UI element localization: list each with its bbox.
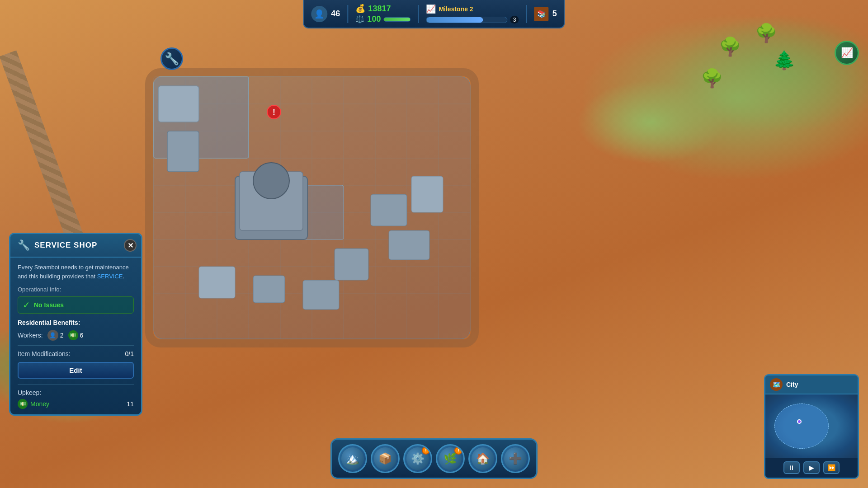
buildings-icon: 📦 xyxy=(374,447,396,470)
toolbar-btn-upgrades[interactable]: 🏠 xyxy=(468,444,497,473)
plants-badge: ! xyxy=(454,446,462,455)
play-button[interactable]: ▶ xyxy=(803,461,820,474)
building-selected-marker: 🔧 xyxy=(160,47,183,70)
mini-map-controls: ⏸ ▶ ⏩ xyxy=(765,458,858,478)
balance-icon: ⚖️ xyxy=(355,15,364,23)
toolbar-btn-move[interactable]: ➕ xyxy=(501,444,530,473)
panel-divider xyxy=(18,345,134,346)
upkeep-label: Upkeep: xyxy=(18,389,134,396)
upkeep-section: Upkeep: 💵 Money 11 xyxy=(18,389,134,409)
panel-title: Service Shop xyxy=(34,241,97,250)
population-icon: 👤 xyxy=(311,6,327,22)
money-value: 13817 xyxy=(368,4,391,14)
worker-number: 2 xyxy=(60,332,64,339)
balance-value: 100 xyxy=(367,14,381,24)
milestone-progress-fill xyxy=(426,17,483,23)
book-icon: 📚 xyxy=(534,7,549,21)
toolbar-btn-terrain[interactable]: 🏔️ xyxy=(338,444,367,473)
close-button[interactable]: ✕ xyxy=(124,239,137,252)
milestone-marker: 3 xyxy=(510,16,519,23)
bottom-toolbar: 🏔️ 📦 ⚙️ ! 🌿 ! 🏠 ➕ xyxy=(330,438,538,479)
hud-divider xyxy=(418,5,419,23)
toolbar-btn-buildings[interactable]: 📦 xyxy=(371,444,400,473)
hud-divider xyxy=(526,5,527,23)
residential-benefits-label: Residential Benefits: xyxy=(18,319,134,326)
mini-map: 🗺️ City ⏸ ▶ ⏩ xyxy=(764,374,859,479)
milestone-progress-bar xyxy=(426,17,507,23)
fast-forward-button[interactable]: ⏩ xyxy=(823,461,840,474)
mini-map-position-marker xyxy=(797,419,802,424)
mini-map-city-area xyxy=(774,404,829,449)
mini-map-icon: 🗺️ xyxy=(770,378,783,391)
service-link[interactable]: SERVICE xyxy=(97,273,123,280)
milestone-label: Milestone 2 xyxy=(439,5,473,13)
upkeep-money-label: Money xyxy=(30,400,49,408)
money-small-icon: 💵 xyxy=(68,330,78,340)
alert-icon: ! xyxy=(273,108,275,117)
minimap-icon-symbol: 🗺️ xyxy=(773,381,780,388)
mini-map-view xyxy=(765,394,858,458)
workers-row: Workers: 👤 2 💵 6 xyxy=(18,330,134,341)
panel-description: Every Steambot needs to get maintenance … xyxy=(18,263,134,281)
alert-marker: ! xyxy=(267,105,281,119)
upkeep-row: 💵 Money 11 xyxy=(18,399,134,409)
trade-icon: 📈 xyxy=(841,47,853,59)
top-hud: 👤 46 💰 13817 ⚖️ 100 📈 Milestone 2 xyxy=(303,0,565,28)
worker-icon: 👤 xyxy=(47,330,58,341)
hud-milestone: 📈 Milestone 2 3 xyxy=(426,4,519,23)
upgrades-icon: 🏠 xyxy=(472,447,494,470)
item-modifications-row: Item Modifications: 0/1 xyxy=(18,350,134,357)
edit-button[interactable]: Edit xyxy=(18,362,134,379)
money-icon: 💰 xyxy=(355,4,365,14)
status-check-icon: ✓ xyxy=(23,300,30,310)
pause-button[interactable]: ⏸ xyxy=(783,461,800,474)
money-number: 6 xyxy=(80,332,84,339)
upkeep-money-icon: 💵 xyxy=(18,399,28,409)
money-count: 💵 6 xyxy=(68,330,84,340)
hud-divider xyxy=(347,5,348,23)
item-mod-value: 0/1 xyxy=(125,350,134,357)
books-value: 5 xyxy=(552,9,557,19)
wrench-icon: 🔧 xyxy=(18,239,30,251)
panel-body: Every Steambot needs to get maintenance … xyxy=(10,258,141,414)
hud-books: 📚 5 xyxy=(534,7,557,21)
hud-population: 👤 46 xyxy=(311,6,340,22)
workers-label: Workers: xyxy=(18,332,43,339)
toolbar-btn-plants[interactable]: 🌿 ! xyxy=(436,444,465,473)
service-shop-panel: 🔧 Service Shop ✕ Every Steambot needs to… xyxy=(9,233,142,416)
hud-money: 💰 13817 ⚖️ 100 xyxy=(355,4,410,24)
mini-map-header: 🗺️ City xyxy=(765,375,858,394)
panel-divider xyxy=(18,384,134,385)
terrain-icon: 🏔️ xyxy=(341,447,364,470)
status-row: ✓ No Issues xyxy=(18,296,134,314)
status-text: No Issues xyxy=(34,301,64,309)
operational-info-label: Operational Info: xyxy=(18,286,134,293)
workers-badge: ! xyxy=(422,446,430,455)
upkeep-money: 💵 Money xyxy=(18,399,49,409)
move-icon: ➕ xyxy=(504,447,527,470)
trade-button[interactable]: 📈 xyxy=(835,41,859,65)
item-mod-label: Item Modifications: xyxy=(18,350,71,357)
milestone-icon: 📈 xyxy=(426,4,436,14)
toolbar-btn-workers[interactable]: ⚙️ ! xyxy=(403,444,432,473)
worker-count: 👤 2 xyxy=(47,330,64,341)
mini-map-title: City xyxy=(786,381,798,388)
population-value: 46 xyxy=(331,9,340,19)
upkeep-money-value: 11 xyxy=(127,400,134,408)
wrench-icon: 🔧 xyxy=(165,52,179,66)
panel-header: 🔧 Service Shop ✕ xyxy=(10,234,141,258)
